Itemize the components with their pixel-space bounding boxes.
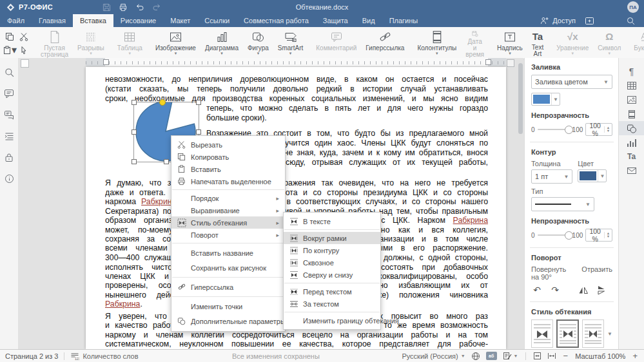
wrap-item-tight[interactable]: По контуру bbox=[284, 244, 380, 256]
rotate-ccw-button[interactable]: ↶ bbox=[531, 284, 543, 296]
tab-file[interactable]: Файл bbox=[0, 14, 32, 27]
zoom-out-button[interactable]: − bbox=[562, 351, 570, 361]
rotate-cw-button[interactable]: ↷ bbox=[549, 284, 561, 296]
wrap-item-edit-boundary[interactable]: Изменить границу обтекания bbox=[284, 314, 380, 327]
resize-handle-sw[interactable] bbox=[132, 159, 137, 164]
text-art-button[interactable]: Ta Text Art▾ bbox=[527, 28, 548, 58]
resize-handle-ne[interactable] bbox=[196, 100, 201, 105]
table-button[interactable]: Таблица▾ bbox=[113, 28, 147, 58]
outline-opacity-spinner[interactable]: 100 % ▲▼ bbox=[585, 229, 612, 242]
wrap-more-button[interactable]: ▼ bbox=[607, 331, 612, 337]
print-button[interactable] bbox=[115, 0, 132, 14]
tab-insert[interactable]: Вставка bbox=[73, 14, 113, 27]
menu-item-hyperlink[interactable]: Гиперссылка bbox=[171, 280, 285, 294]
page-number-status[interactable]: Страница 2 из 3 bbox=[5, 352, 58, 360]
mailmerge-settings-button[interactable] bbox=[619, 164, 644, 178]
flip-vertical-button[interactable] bbox=[596, 284, 607, 296]
wrap-item-top-bottom[interactable]: Сверху и снизу bbox=[284, 269, 380, 281]
image-settings-button[interactable] bbox=[619, 93, 644, 107]
comment-button[interactable]: Комментарий bbox=[311, 28, 361, 58]
vertical-scrollbar[interactable] bbox=[518, 59, 523, 348]
wrap-item-inline[interactable]: В тексте bbox=[284, 215, 380, 227]
headers-footers-button[interactable]: Колонтитулы▾ bbox=[413, 28, 461, 58]
zoom-level-label[interactable]: Масштаб 100% bbox=[575, 352, 625, 360]
drop-cap-button[interactable]: Буквица▾ bbox=[629, 28, 644, 58]
menu-item-save-as-picture[interactable]: Сохранить как рисунок bbox=[171, 260, 285, 275]
ruler-toggle-button[interactable] bbox=[507, 59, 514, 67]
chat-sidebar-button[interactable] bbox=[3, 108, 15, 121]
line-type-dropdown[interactable]: ▼ bbox=[531, 197, 594, 211]
about-sidebar-button[interactable] bbox=[3, 172, 15, 185]
word-count-button[interactable]: 123 Количество слов bbox=[70, 352, 138, 360]
opacity-slider[interactable] bbox=[538, 129, 570, 130]
symbol-button[interactable]: Ω Символ▾ bbox=[593, 28, 625, 58]
opacity-spinner[interactable]: 100 % ▲▼ bbox=[585, 123, 612, 136]
breaks-button[interactable]: Разрывы▾ bbox=[73, 28, 109, 58]
menu-item-shape-advanced-settings[interactable]: Дополнительные параметры фигуры bbox=[171, 314, 285, 329]
date-time-button[interactable]: Дата и время bbox=[461, 28, 489, 58]
resize-handle-w[interactable] bbox=[132, 129, 137, 135]
outline-opacity-slider[interactable] bbox=[538, 234, 570, 236]
tab-protection[interactable]: Защита bbox=[316, 14, 355, 27]
fill-color-button[interactable]: ▼ bbox=[531, 93, 560, 106]
outline-opacity-slider-knob[interactable] bbox=[565, 231, 573, 240]
document-language-button[interactable] bbox=[471, 352, 480, 361]
language-selector[interactable]: Русский (Россия)▼ bbox=[402, 352, 465, 360]
fit-width-button[interactable] bbox=[547, 352, 556, 359]
thickness-dropdown[interactable]: 1 пт▼ bbox=[531, 169, 572, 184]
smartart-button[interactable]: SmartArt▾ bbox=[273, 28, 307, 58]
hyperlink-text[interactable]: Рабкрина bbox=[105, 300, 140, 309]
horizontal-ruler[interactable] bbox=[86, 58, 506, 66]
tab-references[interactable]: Ссылки bbox=[197, 14, 237, 27]
table-settings-button[interactable] bbox=[619, 79, 644, 93]
image-button[interactable]: Изображение▾ bbox=[151, 28, 200, 58]
equation-button[interactable]: √x Уравнение▾ bbox=[552, 28, 593, 58]
scrollbar-thumb[interactable] bbox=[518, 63, 523, 134]
navigation-sidebar-button[interactable] bbox=[3, 129, 15, 142]
menu-item-paste[interactable]: Вставить bbox=[171, 163, 285, 175]
flip-horizontal-button[interactable] bbox=[578, 284, 589, 296]
wrap-item-in-front[interactable]: Перед текстом bbox=[284, 285, 380, 298]
chart-settings-button[interactable] bbox=[619, 135, 644, 149]
menu-item-cut[interactable]: Вырезать bbox=[171, 138, 285, 151]
tab-plugins[interactable]: Плагины bbox=[382, 14, 425, 27]
access-button[interactable]: Доступ bbox=[540, 17, 576, 24]
wrap-thumb-square[interactable] bbox=[556, 319, 578, 348]
menu-item-arrange[interactable]: Порядок▸ bbox=[171, 192, 285, 204]
blank-page-button[interactable]: Пустая страница bbox=[36, 28, 73, 58]
menu-item-edit-points[interactable]: Изменить точки bbox=[171, 299, 285, 314]
select-button[interactable] bbox=[17, 43, 31, 57]
shape-settings-button[interactable] bbox=[619, 121, 644, 135]
add-to-folder-button[interactable] bbox=[585, 17, 594, 25]
right-indent-marker[interactable] bbox=[485, 59, 491, 65]
headerfooter-settings-button[interactable] bbox=[619, 107, 644, 121]
hyperlink-text[interactable]: Рабкрина bbox=[453, 216, 488, 225]
hyperlink-button[interactable]: Гиперссылка bbox=[361, 28, 409, 58]
avatar[interactable]: ПА bbox=[627, 1, 639, 13]
spellcheck-toggle[interactable]: аб bbox=[486, 352, 497, 360]
tab-collaboration[interactable]: Совместная работа bbox=[237, 14, 316, 27]
tab-stop-selector[interactable] bbox=[21, 59, 29, 68]
search-button[interactable] bbox=[627, 17, 635, 25]
copy-button[interactable] bbox=[3, 30, 17, 43]
resize-handle-s[interactable] bbox=[164, 159, 169, 164]
resize-handle-e[interactable] bbox=[196, 129, 201, 135]
wrap-item-square[interactable]: Вокруг рамки bbox=[284, 232, 380, 244]
chart-button[interactable]: Диаграмма▾ bbox=[200, 28, 243, 58]
paste-button[interactable]: ▾ bbox=[3, 43, 17, 57]
signature-sidebar-button[interactable] bbox=[3, 151, 15, 164]
left-indent-marker[interactable] bbox=[103, 59, 109, 65]
shape-adjust-handle[interactable] bbox=[159, 99, 166, 106]
menu-item-wrapping-style[interactable]: Стиль обтекания▸ bbox=[171, 216, 285, 229]
tab-view[interactable]: Вид bbox=[355, 14, 382, 27]
save-button[interactable] bbox=[98, 0, 115, 14]
menu-item-copy[interactable]: Копировать bbox=[171, 151, 285, 163]
outline-color-button[interactable]: ▼ bbox=[578, 169, 607, 182]
menu-item-rotate[interactable]: Поворот▸ bbox=[171, 229, 285, 241]
tab-home[interactable]: Главная bbox=[32, 14, 73, 27]
fit-page-button[interactable] bbox=[533, 352, 542, 360]
paragraph-settings-button[interactable]: ¶ bbox=[619, 64, 644, 79]
wrap-item-through[interactable]: Сквозное bbox=[284, 256, 380, 269]
wrap-thumb-inline[interactable] bbox=[531, 319, 553, 348]
resize-handle-nw[interactable] bbox=[132, 100, 137, 105]
